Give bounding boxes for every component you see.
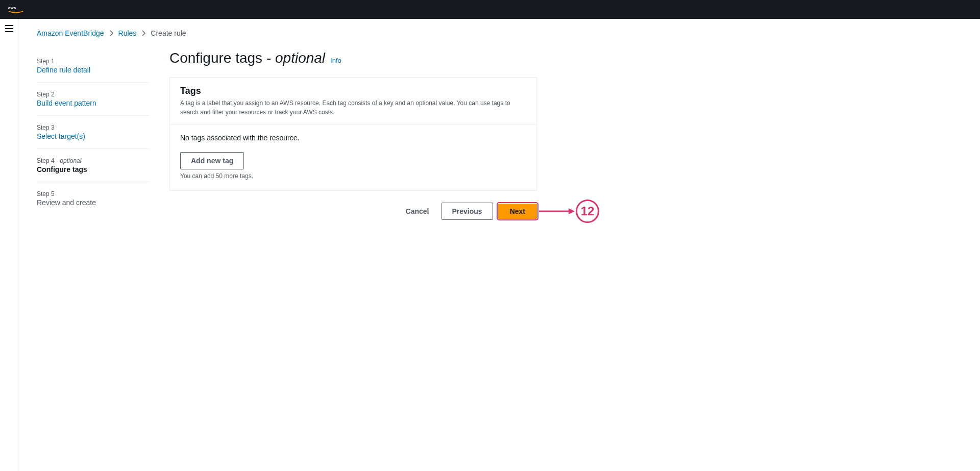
step-number: Step 1 <box>37 58 149 65</box>
side-rail <box>0 19 18 471</box>
step-link-define-rule-detail[interactable]: Define rule detail <box>37 66 149 74</box>
step-link-select-targets[interactable]: Select target(s) <box>37 132 149 140</box>
step-number-text: Step 4 <box>37 157 55 164</box>
annotation-callout: 12 <box>539 200 599 223</box>
wizard-step-3: Step 3 Select target(s) <box>37 116 149 149</box>
page-title-optional: optional <box>275 50 325 66</box>
wizard-steps: Step 1 Define rule detail Step 2 Build e… <box>37 49 149 215</box>
breadcrumb-current: Create rule <box>151 29 186 37</box>
wizard-content: Configure tags - optional Info Tags A ta… <box>169 49 537 220</box>
tags-heading: Tags <box>180 86 526 96</box>
tags-panel: Tags A tag is a label that you assign to… <box>169 77 537 190</box>
wizard-footer: Cancel Previous Next 12 <box>169 203 537 220</box>
breadcrumb: Amazon EventBridge Rules Create rule <box>37 29 962 37</box>
menu-toggle-icon[interactable] <box>5 25 13 32</box>
step-number: Step 5 <box>37 190 149 197</box>
aws-logo[interactable]: aws <box>8 5 23 14</box>
add-new-tag-button[interactable]: Add new tag <box>180 152 244 169</box>
page-title-main: Configure tags - <box>169 50 275 66</box>
svg-text:aws: aws <box>8 6 16 10</box>
step-future-review-create: Review and create <box>37 199 149 207</box>
tags-empty-text: No tags associated with the resource. <box>180 134 526 142</box>
tags-panel-body: No tags associated with the resource. Ad… <box>170 125 536 190</box>
wizard-step-2: Step 2 Build event pattern <box>37 83 149 116</box>
step-number: Step 3 <box>37 124 149 131</box>
step-number: Step 2 <box>37 91 149 98</box>
chevron-right-icon <box>141 30 145 36</box>
top-nav: aws <box>0 0 980 19</box>
wizard-step-5: Step 5 Review and create <box>37 182 149 215</box>
step-optional-text: - optional <box>55 157 82 164</box>
annotation-number: 12 <box>576 200 599 223</box>
next-button[interactable]: Next <box>498 204 537 219</box>
tags-helper-text: You can add 50 more tags. <box>180 172 526 180</box>
step-link-build-event-pattern[interactable]: Build event pattern <box>37 99 149 107</box>
chevron-right-icon <box>109 30 113 36</box>
wizard-step-4: Step 4 - optional Configure tags <box>37 149 149 182</box>
main-area: Amazon EventBridge Rules Create rule Ste… <box>18 19 980 471</box>
breadcrumb-rules[interactable]: Rules <box>118 29 137 37</box>
previous-button[interactable]: Previous <box>442 203 493 220</box>
svg-rect-1 <box>5 25 13 26</box>
svg-rect-2 <box>5 28 13 29</box>
wizard-step-1: Step 1 Define rule detail <box>37 49 149 83</box>
breadcrumb-eventbridge[interactable]: Amazon EventBridge <box>37 29 104 37</box>
page-title: Configure tags - optional Info <box>169 49 537 67</box>
tags-panel-header: Tags A tag is a label that you assign to… <box>170 78 536 125</box>
svg-rect-3 <box>5 31 13 32</box>
step-number: Step 4 - optional <box>37 157 149 164</box>
info-link[interactable]: Info <box>330 57 341 65</box>
step-current-configure-tags: Configure tags <box>37 165 149 173</box>
svg-marker-5 <box>569 208 575 214</box>
cancel-button[interactable]: Cancel <box>399 204 436 218</box>
tags-description: A tag is a label that you assign to an A… <box>180 98 526 117</box>
arrow-icon <box>539 206 575 216</box>
